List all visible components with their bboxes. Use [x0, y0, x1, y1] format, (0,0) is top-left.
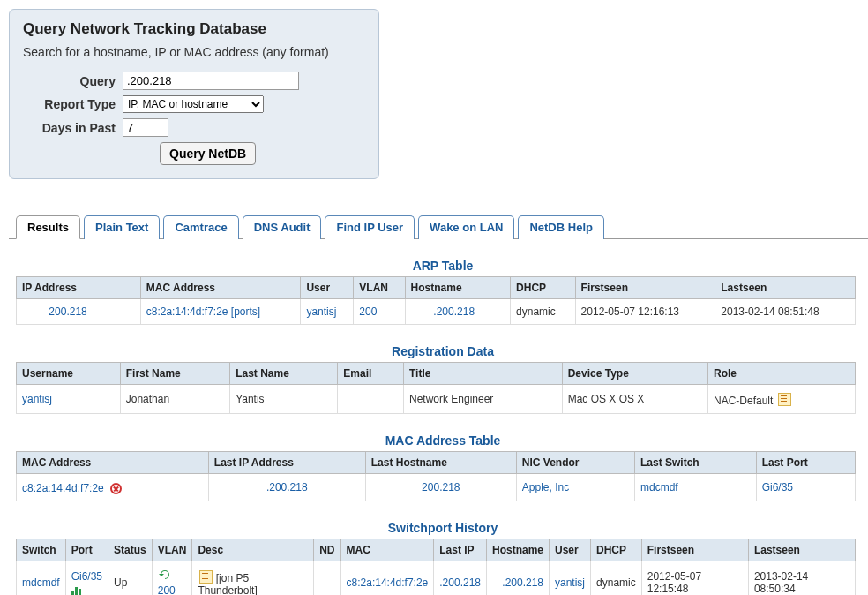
- sw-lastip-link[interactable]: .200.218: [439, 576, 481, 589]
- sw-h0: Switch: [17, 539, 66, 561]
- reg-table: Username First Name Last Name Email Titl…: [16, 362, 856, 414]
- mac-h4: Last Switch: [635, 452, 757, 474]
- reg-h3: Email: [338, 363, 404, 385]
- sw-dhcp: dynamic: [591, 561, 642, 596]
- mac-h0: MAC Address: [17, 452, 209, 474]
- arp-host-link[interactable]: .200.218: [433, 305, 475, 318]
- panel-subtitle: Search for a hostname, IP or MAC address…: [23, 45, 365, 59]
- tab-dns-audit[interactable]: DNS Audit: [243, 215, 322, 239]
- reg-h2: Last Name: [230, 363, 338, 385]
- query-label: Query: [23, 74, 116, 88]
- sw-h1: Port: [65, 539, 108, 561]
- sw-first: 2012-05-07 12:15:48: [641, 561, 748, 596]
- arp-row: 200.218 c8:2a:14:4d:f7:2e [ports] yantis…: [17, 299, 856, 325]
- reg-last: Yantis: [230, 385, 338, 414]
- sw-last: 2013-02-14 08:50:34: [748, 561, 855, 596]
- mac-lastip-link[interactable]: .200.218: [266, 481, 308, 493]
- refresh-icon[interactable]: [158, 568, 172, 582]
- query-input[interactable]: [123, 72, 299, 90]
- mac-port-link[interactable]: Gi6/35: [762, 481, 793, 493]
- sw-nd: [314, 561, 340, 596]
- sw-host-link[interactable]: .200.218: [502, 576, 543, 589]
- arp-title: ARP Table: [9, 259, 868, 273]
- reg-first: Jonathan: [120, 385, 229, 414]
- sw-h6: MAC: [340, 539, 434, 561]
- sw-h3: VLAN: [152, 539, 192, 561]
- tab-find-ip-user[interactable]: Find IP User: [325, 215, 415, 239]
- arp-h-ip: IP Address: [17, 277, 141, 299]
- reg-h1: First Name: [120, 363, 229, 385]
- sw-h9: User: [550, 539, 591, 561]
- sw-status: Up: [108, 561, 153, 596]
- tab-results[interactable]: Results: [16, 215, 80, 239]
- mac-vendor-link[interactable]: Apple, Inc: [522, 481, 569, 493]
- sw-h11: Firstseen: [641, 539, 748, 561]
- report-type-label: Report Type: [23, 97, 116, 111]
- reg-h6: Role: [707, 363, 855, 385]
- sw-row: mdcmdf Gi6/35 Up 200 [jon P5 Thunderbolt…: [17, 561, 856, 596]
- sw-h7: Last IP: [434, 539, 487, 561]
- sw-vlan-link[interactable]: 200: [158, 584, 176, 595]
- arp-table: IP Address MAC Address User VLAN Hostnam…: [16, 276, 856, 325]
- arp-h-host: Hostname: [405, 277, 511, 299]
- reg-username-link[interactable]: yantisj: [22, 393, 52, 405]
- tab-camtrace[interactable]: Camtrace: [163, 215, 238, 239]
- report-type-select[interactable]: IP, MAC or hostname: [123, 95, 264, 113]
- sw-mac-link[interactable]: c8:2a:14:4d:f7:2e: [347, 576, 429, 589]
- reg-h4: Title: [403, 363, 562, 385]
- reg-role: NAC-Default: [714, 395, 773, 407]
- mac-row: c8:2a:14:4d:f7:2e .200.218 200.218 Apple…: [17, 474, 856, 501]
- sw-h8: Hostname: [487, 539, 550, 561]
- reg-h5: Device Type: [562, 363, 707, 385]
- submit-button[interactable]: Query NetDB: [160, 142, 256, 165]
- mac-h3: NIC Vendor: [516, 452, 634, 474]
- reg-h0: Username: [17, 363, 121, 385]
- sw-switch-link[interactable]: mdcmdf: [22, 576, 60, 589]
- arp-dhcp: dynamic: [511, 299, 576, 325]
- mac-h5: Last Port: [756, 452, 855, 474]
- arp-mac-link[interactable]: c8:2a:14:4d:f7:2e: [146, 305, 228, 318]
- panel-title: Query Network Tracking Database: [23, 20, 365, 38]
- tab-netdb-help[interactable]: NetDB Help: [518, 215, 604, 239]
- sw-port-link[interactable]: Gi6/35: [71, 570, 102, 583]
- arp-first: 2012-05-07 12:16:13: [575, 299, 715, 325]
- reg-row: yantisj Jonathan Yantis Network Engineer…: [17, 385, 856, 414]
- mac-lasthost-link[interactable]: 200.218: [422, 481, 460, 493]
- tabs: Results Plain Text Camtrace DNS Audit Fi…: [9, 215, 868, 239]
- mac-switch-link[interactable]: mdcmdf: [640, 481, 678, 493]
- mac-table: MAC Address Last IP Address Last Hostnam…: [16, 451, 856, 501]
- delete-icon[interactable]: [110, 483, 122, 494]
- query-panel: Query Network Tracking Database Search f…: [9, 9, 379, 179]
- sw-h4: Desc: [192, 539, 314, 561]
- sw-h5: ND: [314, 539, 340, 561]
- port-chart-icon[interactable]: [71, 584, 86, 594]
- arp-h-first: Firstseen: [575, 277, 715, 299]
- desc-edit-icon[interactable]: [199, 570, 213, 584]
- arp-last: 2013-02-14 08:51:48: [715, 299, 856, 325]
- mac-title: MAC Address Table: [9, 433, 868, 448]
- reg-device: Mac OS X OS X: [562, 385, 707, 414]
- edit-icon[interactable]: [778, 393, 791, 406]
- arp-ports-link[interactable]: [ports]: [231, 305, 260, 318]
- arp-ip-link[interactable]: 200.218: [49, 305, 86, 318]
- mac-mac-link[interactable]: c8:2a:14:4d:f7:2e: [22, 482, 104, 494]
- mac-h1: Last IP Address: [208, 452, 365, 474]
- days-input[interactable]: [123, 118, 168, 137]
- arp-h-user: User: [301, 277, 354, 299]
- tab-plain-text[interactable]: Plain Text: [84, 215, 160, 239]
- sw-h2: Status: [108, 539, 153, 561]
- sw-h12: Lastseen: [748, 539, 855, 561]
- reg-jobtitle: Network Engineer: [403, 385, 562, 414]
- tab-wake-on-lan[interactable]: Wake on LAN: [418, 215, 514, 239]
- mac-h2: Last Hostname: [365, 452, 516, 474]
- sw-title: Switchport History: [9, 521, 868, 535]
- arp-vlan-link[interactable]: 200: [359, 305, 377, 318]
- arp-h-vlan: VLAN: [354, 277, 405, 299]
- arp-h-mac: MAC Address: [140, 277, 301, 299]
- arp-h-dhcp: DHCP: [511, 277, 576, 299]
- sw-user-link[interactable]: yantisj: [555, 576, 585, 589]
- arp-h-last: Lastseen: [715, 277, 856, 299]
- sw-h10: DHCP: [591, 539, 642, 561]
- days-label: Days in Past: [23, 121, 116, 135]
- arp-user-link[interactable]: yantisj: [306, 305, 336, 318]
